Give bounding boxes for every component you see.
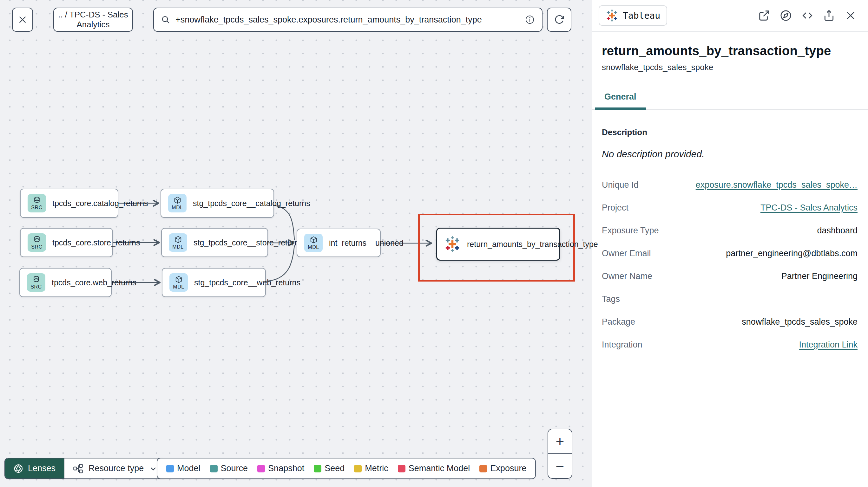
owner-email-value: partner_engineering@dbtlabs.com: [726, 249, 858, 258]
tableau-badge-label: Tableau: [623, 10, 660, 21]
refresh-lineage-button[interactable]: [547, 8, 571, 32]
info-icon[interactable]: [525, 14, 535, 25]
close-panel-button[interactable]: [844, 9, 857, 22]
node-label: tpcds_core.web_returns: [52, 278, 136, 287]
database-icon: [33, 235, 41, 244]
canvas-zoom-controls: + −: [548, 429, 572, 479]
cube-icon: [175, 275, 183, 284]
node-label: stg_tpcds_core__catalog_returns: [193, 199, 310, 208]
resource-type-label: Resource type: [89, 463, 144, 474]
legend-item-source: Source: [210, 463, 248, 474]
refresh-icon: [554, 14, 565, 25]
cube-icon: [310, 236, 317, 244]
semantic-model-swatch: [398, 465, 405, 473]
details-field-list: Unique Id exposure.snowflake_tpcds_sales…: [602, 173, 858, 356]
zoom-out-button[interactable]: −: [548, 454, 572, 478]
search-input[interactable]: [176, 15, 520, 25]
unique-id-link[interactable]: exposure.snowflake_tpcds_sales_spoke…: [696, 180, 858, 190]
node-label: tpcds_core.catalog_returns: [52, 199, 148, 208]
owner-name-value: Partner Engineering: [781, 271, 858, 281]
tableau-source-badge: Tableau: [599, 5, 667, 26]
node-label: return_amounts_by_transaction_type: [467, 240, 598, 249]
compass-icon: [780, 9, 792, 22]
cube-icon: [174, 235, 182, 244]
close-lineage-button[interactable]: [12, 8, 33, 32]
lenses-button[interactable]: Lenses: [5, 458, 64, 479]
external-link-icon: [758, 9, 770, 22]
field-row-unique-id: Unique Id exposure.snowflake_tpcds_sales…: [602, 173, 858, 196]
field-row-package: Package snowflake_tpcds_sales_spoke: [602, 311, 858, 333]
exposure-type-value: dashboard: [817, 226, 858, 235]
model-resource-badge: MDL: [304, 234, 323, 252]
panel-body: return_amounts_by_transaction_type snowf…: [592, 32, 868, 356]
description-heading: Description: [602, 127, 858, 137]
lineage-canvas[interactable]: SRC tpcds_core.catalog_returns SRC tpcds…: [0, 0, 592, 487]
field-row-owner-name: Owner Name Partner Engineering: [602, 265, 858, 288]
lineage-search-bar[interactable]: [153, 8, 542, 32]
tab-general[interactable]: General: [595, 92, 646, 110]
source-swatch: [210, 465, 218, 473]
seed-swatch: [314, 465, 321, 473]
legend-item-exposure: Exposure: [479, 463, 526, 474]
lenses-label: Lenses: [28, 463, 56, 474]
graph-node-stg-tpcds-core-catalog-returns[interactable]: MDL stg_tpcds_core__catalog_returns: [160, 189, 274, 218]
node-label: stg_tpcds_core__web_returns: [194, 278, 301, 287]
field-row-integration: Integration Integration Link: [602, 333, 858, 356]
description-value: No description provided.: [602, 149, 858, 160]
field-row-tags: Tags: [602, 288, 858, 311]
share-icon: [823, 9, 835, 22]
graph-node-tpcds-core-catalog-returns[interactable]: SRC tpcds_core.catalog_returns: [20, 189, 118, 218]
model-resource-badge: MDL: [168, 194, 187, 213]
resource-type-dropdown[interactable]: Resource type: [64, 458, 166, 479]
breadcrumb[interactable]: .. / TPC-DS - Sales Analytics: [53, 8, 133, 32]
legend-item-model: Model: [166, 463, 200, 474]
integration-link[interactable]: Integration Link: [799, 340, 858, 350]
zoom-in-button[interactable]: +: [548, 429, 572, 453]
badge-label: MDL: [172, 244, 183, 250]
panel-header: Tableau: [592, 0, 868, 32]
graph-node-int-returns-unioned[interactable]: MDL int_returns__unioned: [297, 229, 381, 257]
badge-label: SRC: [31, 244, 42, 250]
cube-icon: [174, 196, 182, 204]
snapshot-swatch: [257, 465, 265, 473]
badge-label: SRC: [31, 205, 42, 210]
dbt-explorer-lineage-view: SRC tpcds_core.catalog_returns SRC tpcds…: [0, 0, 868, 487]
resource-legend: Model Source Snapshot Seed Metric Semant…: [157, 458, 536, 479]
graph-node-tpcds-core-store-returns[interactable]: SRC tpcds_core.store_returns: [20, 228, 113, 257]
legend-item-metric: Metric: [354, 463, 388, 474]
graph-node-stg-tpcds-core-store-returns[interactable]: MDL stg_tpcds_core__store_returns: [161, 228, 268, 257]
open-external-button[interactable]: [758, 9, 770, 22]
search-icon: [161, 15, 170, 24]
lenses-control-group: Lenses Resource type: [4, 458, 166, 479]
model-swatch: [166, 465, 174, 473]
node-label: stg_tpcds_core__store_returns: [193, 238, 303, 247]
close-icon: [844, 9, 857, 22]
legend-item-seed: Seed: [314, 463, 344, 474]
badge-label: SRC: [30, 284, 41, 290]
view-code-button[interactable]: [801, 9, 813, 22]
source-resource-badge: SRC: [28, 233, 46, 252]
package-value: snowflake_tpcds_sales_spoke: [742, 317, 858, 327]
page-title: return_amounts_by_transaction_type: [592, 44, 868, 58]
graph-node-exposure-return-amounts-by-transaction-type[interactable]: return_amounts_by_transaction_type: [436, 228, 560, 261]
chevron-down-icon: [149, 464, 158, 473]
resource-details-panel: Tableau: [592, 0, 868, 487]
model-resource-badge: MDL: [169, 273, 188, 292]
graph-node-tpcds-core-web-returns[interactable]: SRC tpcds_core.web_returns: [19, 268, 112, 297]
database-icon: [32, 275, 40, 284]
general-tab-content: Description No description provided. Uni…: [592, 110, 868, 356]
badge-label: MDL: [173, 284, 184, 290]
database-icon: [33, 196, 41, 204]
metric-swatch: [354, 465, 362, 473]
graph-node-stg-tpcds-core-web-returns[interactable]: MDL stg_tpcds_core__web_returns: [162, 268, 266, 297]
panel-header-actions: [758, 9, 857, 22]
project-link[interactable]: TPC-DS - Sales Analytics: [761, 203, 858, 213]
badge-label: MDL: [308, 245, 319, 250]
panel-tabs: General: [592, 92, 868, 110]
exposure-swatch: [479, 465, 487, 473]
explore-button[interactable]: [780, 9, 792, 22]
tableau-icon: [444, 236, 461, 252]
source-resource-badge: SRC: [28, 194, 46, 213]
close-icon: [18, 14, 28, 25]
share-button[interactable]: [823, 9, 835, 22]
